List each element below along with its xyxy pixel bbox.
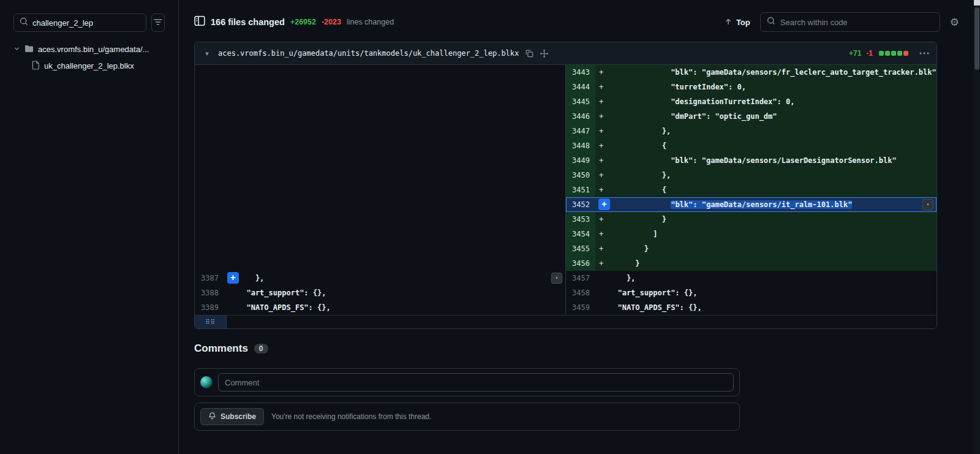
diff-line: 3446+ "dmPart": "optic_gun_dm" [565, 109, 937, 124]
line-menu-button[interactable]: ▾ [922, 199, 933, 210]
file-options-kebab-icon[interactable] [919, 52, 929, 55]
line-number[interactable]: 3444 [566, 80, 595, 94]
gear-icon[interactable]: ⚙ [950, 17, 959, 28]
diff-stat-block [885, 51, 890, 56]
line-menu-button[interactable]: ▾ [551, 273, 562, 284]
diff-line [195, 227, 565, 241]
tree-file-row[interactable]: uk_challenger_2_lep.blkx [13, 58, 165, 74]
line-number[interactable]: 3456 [566, 256, 595, 271]
diff-stat-blocks [879, 51, 908, 56]
diff-marker: + [595, 256, 609, 271]
diff-line [195, 138, 565, 153]
scrollbar-thumb[interactable] [974, 7, 979, 70]
diff-line: 3449+ "blk": "gameData/sensors/LaserDesi… [565, 153, 937, 168]
line-number[interactable]: 3459 [566, 300, 595, 315]
diff-line [195, 109, 565, 124]
diff-line: 3448+ { [565, 138, 937, 153]
line-number[interactable]: 3454 [566, 227, 595, 241]
diff-line [195, 168, 565, 183]
diff-row: 3456+ } [195, 256, 937, 271]
diff-line: 3389 "NATO_APDS_FS": {}, [195, 300, 565, 315]
line-number[interactable]: 3387 [195, 271, 224, 286]
diff-line: 3444+ "turretIndex": 0, [565, 80, 937, 94]
diff-footer: ⠿⠿ [195, 315, 937, 328]
diff-line: 3457 }, [565, 271, 937, 286]
collapse-file-chevron[interactable]: ▾ [202, 50, 212, 58]
line-number[interactable]: 3446 [566, 109, 595, 124]
filter-button[interactable] [151, 13, 165, 32]
files-changed-count: 166 files changed [211, 17, 285, 27]
line-number[interactable]: 3450 [566, 168, 595, 183]
expand-diff-grip[interactable]: ⠿⠿ [195, 316, 227, 328]
diff-line [195, 124, 565, 138]
diff-marker: + [595, 241, 609, 256]
folder-icon [24, 45, 34, 55]
diff-line [195, 212, 565, 227]
code-line: "art_support": {}, [238, 286, 565, 300]
code-line: { [609, 138, 937, 153]
diff-marker [595, 300, 609, 315]
diff-row: 3451+ { [195, 183, 937, 197]
diff-line: 3450+ }, [565, 168, 937, 183]
line-number[interactable]: 3451 [566, 183, 595, 197]
diff-row: 3448+ { [195, 138, 937, 153]
diff-marker: + [595, 80, 609, 94]
lines-changed-label: lines changed [347, 18, 394, 26]
diff-marker: + [595, 227, 609, 241]
diff-stat-block [903, 51, 908, 56]
line-number[interactable]: 3448 [566, 138, 595, 153]
code-line: { [609, 183, 937, 197]
code-line: } [609, 212, 937, 227]
line-number[interactable]: 3443 [566, 65, 595, 80]
line-number[interactable]: 3447 [566, 124, 595, 138]
scroll-to-top-button[interactable]: Top [724, 17, 750, 28]
file-filter-searchbox[interactable] [13, 13, 146, 32]
diff-row: 3453+ } [195, 212, 937, 227]
line-number[interactable]: 3455 [566, 241, 595, 256]
file-deletions: -1 [866, 49, 873, 58]
tree-folder-label: aces.vromfs.bin_u/gamedata/... [38, 45, 149, 54]
line-number[interactable]: 3388 [195, 286, 224, 300]
diff-line [195, 80, 565, 94]
line-number[interactable]: 3453 [566, 212, 595, 227]
line-number[interactable]: 3452 [566, 197, 595, 212]
chevron-down-icon [13, 45, 20, 54]
code-line: }, [609, 271, 937, 286]
diff-stat-block [879, 51, 884, 56]
diff-line: 3455+ } [565, 241, 937, 256]
diff-line [195, 197, 565, 212]
diff-row: 3443+ "blk": "gameData/sensors/fr_lecler… [195, 65, 937, 80]
code-search-box[interactable] [760, 12, 940, 32]
tree-folder-row[interactable]: aces.vromfs.bin_u/gamedata/... [13, 41, 165, 58]
scrollbar-up-button[interactable] [974, 0, 980, 6]
file-filter-input[interactable] [32, 18, 140, 28]
page-scrollbar[interactable] [974, 0, 980, 454]
file-diff-panel: ▾ aces.vromfs.bin_u/gamedata/units/tankm… [194, 42, 937, 329]
diff-summary-header: 166 files changed +26952 -2023 lines cha… [179, 0, 974, 42]
diff-line: 3443+ "blk": "gameData/sensors/fr_lecler… [565, 65, 937, 80]
diff-line [195, 153, 565, 168]
line-number[interactable]: 3445 [566, 94, 595, 109]
drag-move-icon[interactable] [540, 49, 549, 58]
file-tree: aces.vromfs.bin_u/gamedata/... uk_challe… [13, 41, 165, 74]
subscribe-button[interactable]: Subscribe [200, 408, 264, 425]
copy-path-icon[interactable] [525, 49, 533, 58]
diff-line: 3445+ "designationTurretIndex": 0, [565, 94, 937, 109]
diff-marker: + [595, 94, 609, 109]
code-line: "NATO_APDS_FS": {}, [238, 300, 565, 315]
line-number[interactable]: 3457 [566, 271, 595, 286]
line-number[interactable]: 3449 [566, 153, 595, 168]
diff-main-area: 166 files changed +26952 -2023 lines cha… [179, 0, 974, 454]
diff-line [195, 65, 565, 80]
diff-row: 3455+ } [195, 241, 937, 256]
comment-input[interactable] [218, 373, 734, 392]
code-line: ] [609, 227, 937, 241]
line-number[interactable]: 3458 [566, 286, 595, 300]
file-tree-toggle-icon[interactable] [194, 15, 205, 29]
diff-line [195, 241, 565, 256]
code-line: "designationTurretIndex": 0, [609, 94, 937, 109]
code-search-input[interactable] [780, 18, 933, 27]
line-number[interactable]: 3389 [195, 300, 224, 315]
code-line: }, [238, 271, 551, 286]
diff-line: 3454+ ] [565, 227, 937, 241]
